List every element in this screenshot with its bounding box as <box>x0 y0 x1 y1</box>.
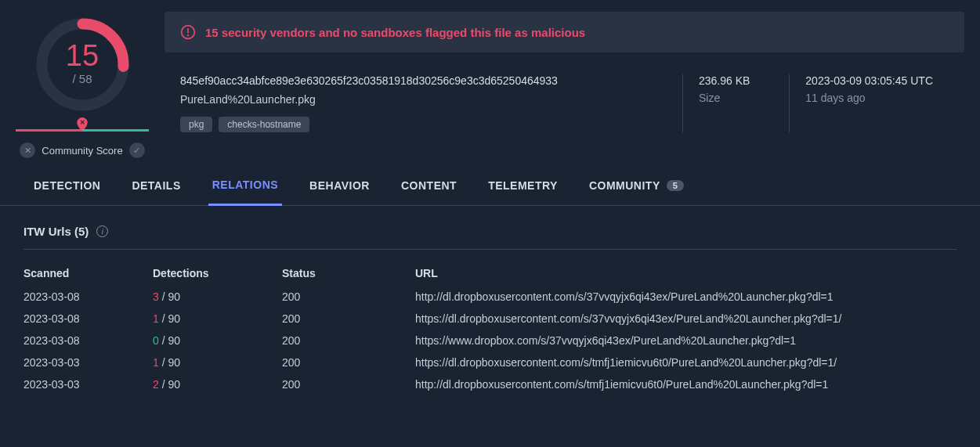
cell-detections: 2 / 90 <box>153 373 282 395</box>
cell-status: 200 <box>282 373 415 395</box>
size-block: 236.96 KB Size <box>682 74 750 132</box>
size-value: 236.96 KB <box>699 74 750 87</box>
cell-scanned: 2023-03-08 <box>24 308 153 330</box>
tab-relations[interactable]: RELATIONS <box>208 172 282 206</box>
cell-url[interactable]: http://dl.dropboxusercontent.com/s/tmfj1… <box>415 373 956 395</box>
score-value: 15 <box>66 40 99 70</box>
cell-detections: 3 / 90 <box>153 286 282 308</box>
section-title: ITW Urls (5) <box>24 225 89 238</box>
date-relative: 11 days ago <box>805 92 933 104</box>
tab-details[interactable]: DETAILS <box>128 172 184 205</box>
cell-status: 200 <box>282 351 415 373</box>
tab-content[interactable]: CONTENT <box>397 172 461 205</box>
itw-urls-table: Scanned Detections Status URL 2023-03-08… <box>24 261 956 395</box>
col-detections[interactable]: Detections <box>153 261 282 286</box>
cell-scanned: 2023-03-03 <box>24 373 153 395</box>
table-row[interactable]: 2023-03-032 / 90200http://dl.dropboxuser… <box>24 373 956 395</box>
dismiss-icon[interactable]: ✕ <box>20 142 35 158</box>
file-details-box: 845ef90acc34abfce89e3e630265f23c03581918… <box>165 60 964 148</box>
check-icon[interactable]: ✓ <box>129 142 145 158</box>
cell-url[interactable]: https://dl.dropboxusercontent.com/s/tmfj… <box>415 351 956 373</box>
table-row[interactable]: 2023-03-081 / 90200https://dl.dropboxuse… <box>24 308 956 330</box>
community-score-label: Community Score <box>42 145 122 157</box>
cell-scanned: 2023-03-03 <box>24 351 153 373</box>
score-circle: 15 / 58 <box>34 16 132 114</box>
cell-url[interactable]: http://dl.dropboxusercontent.com/s/37vvq… <box>415 286 956 308</box>
cell-detections: 0 / 90 <box>153 330 282 351</box>
cell-detections: 1 / 90 <box>153 351 282 373</box>
date-block: 2023-03-09 03:05:45 UTC 11 days ago <box>789 74 933 132</box>
tag-row: pkg checks-hostname <box>180 117 643 132</box>
cell-url[interactable]: https://dl.dropboxusercontent.com/s/37vv… <box>415 308 956 330</box>
cell-scanned: 2023-03-08 <box>24 286 153 308</box>
alert-icon <box>180 24 196 40</box>
tab-detection[interactable]: DETECTION <box>30 172 104 205</box>
date-value: 2023-03-09 03:05:45 UTC <box>805 74 933 87</box>
table-row[interactable]: 2023-03-080 / 90200https://www.dropbox.c… <box>24 330 956 351</box>
alert-banner: 15 security vendors and no sandboxes fla… <box>165 12 964 52</box>
col-status[interactable]: Status <box>282 261 415 286</box>
table-row[interactable]: 2023-03-083 / 90200http://dl.dropboxuser… <box>24 286 956 308</box>
col-scanned[interactable]: Scanned <box>24 261 153 286</box>
cell-status: 200 <box>282 308 415 330</box>
file-hash[interactable]: 845ef90acc34abfce89e3e630265f23c03581918… <box>180 74 643 87</box>
info-icon[interactable]: i <box>96 225 108 237</box>
cell-status: 200 <box>282 330 415 351</box>
tab-behavior[interactable]: BEHAVIOR <box>306 172 374 205</box>
tag-pkg[interactable]: pkg <box>180 117 212 132</box>
score-total: / 58 <box>66 71 99 85</box>
cell-url[interactable]: https://www.dropbox.com/s/37vvqyjx6qi43e… <box>415 330 956 351</box>
cell-scanned: 2023-03-08 <box>24 330 153 351</box>
tab-telemetry[interactable]: TELEMETRY <box>484 172 562 205</box>
svg-text:✕: ✕ <box>80 119 85 126</box>
svg-point-5 <box>187 34 189 36</box>
size-label: Size <box>699 92 750 104</box>
community-section: ✕ ✕ Community Score ✓ <box>0 129 165 158</box>
tabs-row: DETECTION DETAILS RELATIONS BEHAVIOR CON… <box>0 158 980 206</box>
community-score-bar <box>16 129 149 132</box>
col-url[interactable]: URL <box>415 261 956 286</box>
itw-urls-section: ITW Urls (5) i Scanned Detections Status… <box>0 206 980 395</box>
table-row[interactable]: 2023-03-031 / 90200https://dl.dropboxuse… <box>24 351 956 373</box>
alert-text: 15 security vendors and no sandboxes fla… <box>205 26 585 39</box>
cell-detections: 1 / 90 <box>153 308 282 330</box>
community-count-badge: 5 <box>667 180 685 191</box>
cell-status: 200 <box>282 286 415 308</box>
tag-checks-hostname[interactable]: checks-hostname <box>219 117 309 132</box>
file-name: PureLand%20Launcher.pkg <box>180 93 643 106</box>
score-panel: 15 / 58 ✕ ✕ Community Score ✓ <box>0 12 165 158</box>
tab-community[interactable]: COMMUNITY 5 <box>585 172 688 205</box>
